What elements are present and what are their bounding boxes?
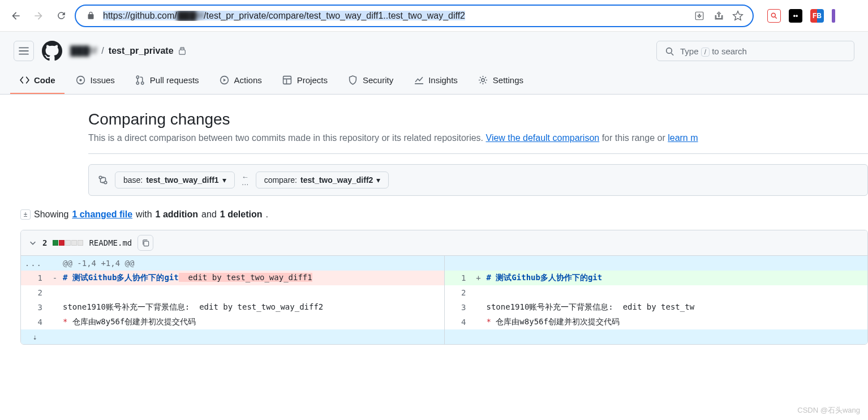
caret-down-icon: ▾ xyxy=(222,175,226,185)
git-compare-icon xyxy=(98,175,108,185)
svg-point-8 xyxy=(482,78,484,81)
ext-icon-4[interactable] xyxy=(832,9,835,23)
diff-body: ... @@ -1,4 +1,4 @@ 1- # 测试Github多人协作下的g… xyxy=(21,256,867,344)
base-branch-selector[interactable]: base: test_two_way_diff1 ▾ xyxy=(115,172,235,188)
range-editor: base: test_two_way_diff1 ▾ ←… compare: t… xyxy=(88,164,868,196)
svg-point-3 xyxy=(136,76,139,78)
tab-insights[interactable]: Insights xyxy=(405,69,467,94)
diff-line-context: 2 xyxy=(445,285,868,300)
svg-rect-11 xyxy=(144,241,148,246)
table-icon xyxy=(282,75,293,85)
lock-icon xyxy=(84,9,97,23)
breadcrumb-repo[interactable]: test_pr_private xyxy=(109,46,174,56)
chevron-down-icon[interactable] xyxy=(29,239,37,247)
diff-icon: ± xyxy=(20,209,31,220)
caret-down-icon: ▾ xyxy=(376,175,380,185)
compare-branch-selector[interactable]: compare: test_two_way_diff2 ▾ xyxy=(256,172,389,188)
back-button[interactable] xyxy=(7,7,25,25)
expand-down[interactable] xyxy=(445,329,868,344)
install-icon[interactable] xyxy=(693,9,706,23)
star-icon[interactable] xyxy=(731,9,745,23)
file-name[interactable]: README.md xyxy=(89,238,132,247)
page-title: Comparing changes xyxy=(88,110,868,128)
ext-icon-1[interactable] xyxy=(767,9,781,23)
forward-button[interactable] xyxy=(29,7,48,25)
changed-file-link[interactable]: 1 changed file xyxy=(72,209,132,220)
changes-count: 2 xyxy=(42,238,47,247)
arrow-left-icon xyxy=(10,10,22,22)
svg-point-9 xyxy=(99,176,102,179)
diff-line-context: 3 stone1910账号补充一下背景信息: edit by test_two_… xyxy=(21,300,444,315)
reload-icon xyxy=(56,10,67,21)
svg-point-2 xyxy=(79,79,81,81)
play-icon xyxy=(220,75,230,85)
share-icon[interactable] xyxy=(712,9,725,23)
url-text: https://github.com/███6f/test_pr_private… xyxy=(103,11,687,21)
diff-line-context: 2 xyxy=(21,285,444,300)
diff-line-context: 3 stone1910账号补充一下背景信息: edit by test_tw xyxy=(445,300,868,315)
diff-line-added: 1+ # 测试Github多人协作下的git xyxy=(445,271,868,285)
default-comparison-link[interactable]: View the default comparison xyxy=(486,133,600,143)
diff-blocks-icon xyxy=(53,240,83,246)
svg-point-0 xyxy=(771,13,775,17)
tab-issues[interactable]: Issues xyxy=(67,69,124,94)
svg-rect-7 xyxy=(283,76,291,84)
tab-security[interactable]: Security xyxy=(339,69,402,94)
diff-line-context: 4 * 仓库由w8y56f创建并初次提交代码 xyxy=(445,315,868,329)
ext-icon-3[interactable]: FB xyxy=(810,9,824,23)
copy-icon xyxy=(141,239,150,247)
tab-settings[interactable]: Settings xyxy=(469,69,532,94)
file-diff: 2 README.md ... @@ -1,4 +1,4 @@ 1- # 测试G… xyxy=(20,230,868,345)
search-input[interactable]: Type / to search xyxy=(656,41,854,61)
tab-pull-requests[interactable]: Pull requests xyxy=(126,69,208,94)
page-subtitle: This is a direct comparison between two … xyxy=(88,133,868,154)
diff-stats: ±Showing 1 changed file with 1 addition … xyxy=(20,209,868,220)
url-bar[interactable]: https://github.com/███6f/test_pr_private… xyxy=(75,5,754,27)
breadcrumb-sep: / xyxy=(101,46,104,56)
extension-icons: •• FB xyxy=(767,9,835,23)
diff-line-deleted: 1- # 测试Github多人协作下的git edit by test_two_… xyxy=(21,271,444,285)
tab-actions[interactable]: Actions xyxy=(210,69,271,94)
code-icon xyxy=(19,75,29,85)
hunk-header: ... @@ -1,4 +1,4 @@ xyxy=(21,256,444,271)
browser-toolbar: https://github.com/███6f/test_pr_private… xyxy=(0,0,868,32)
expand-down[interactable]: ⇣ xyxy=(21,329,444,344)
learn-more-link[interactable]: learn m xyxy=(668,133,698,143)
issues-icon xyxy=(76,75,86,85)
diff-left: ... @@ -1,4 +1,4 @@ 1- # 测试Github多人协作下的g… xyxy=(21,256,445,344)
copy-button[interactable] xyxy=(137,235,153,251)
hamburger-icon xyxy=(19,46,29,56)
diff-line-context: 4 * 仓库由w8y56f创建并初次提交代码 xyxy=(21,315,444,329)
compare-main: Comparing changes This is a direct compa… xyxy=(0,95,868,345)
breadcrumb-owner[interactable]: ███6f xyxy=(70,46,97,56)
diff-right: 1+ # 测试Github多人协作下的git 2 3 stone1910账号补充… xyxy=(445,256,868,344)
github-header: ███6f / test_pr_private Type / to search… xyxy=(0,32,868,95)
graph-icon xyxy=(414,75,424,85)
breadcrumb: ███6f / test_pr_private xyxy=(70,46,186,56)
tab-projects[interactable]: Projects xyxy=(273,69,337,94)
git-pull-request-icon xyxy=(135,75,145,85)
svg-point-5 xyxy=(141,82,144,84)
ext-icon-2[interactable]: •• xyxy=(789,9,802,23)
arrow-right-icon xyxy=(33,10,44,22)
svg-point-4 xyxy=(136,82,139,84)
repo-nav: Code Issues Pull requests Actions Projec… xyxy=(0,69,868,94)
file-diff-header: 2 README.md xyxy=(21,230,867,256)
shield-icon xyxy=(348,75,358,85)
gear-icon xyxy=(478,75,488,85)
search-icon xyxy=(665,46,674,56)
tab-code[interactable]: Code xyxy=(10,69,65,94)
github-logo-icon[interactable] xyxy=(42,41,62,61)
arrow-left-icon: ←… xyxy=(242,174,249,186)
svg-point-10 xyxy=(104,181,107,184)
lock-icon xyxy=(178,47,186,55)
hunk-header xyxy=(445,256,868,271)
reload-button[interactable] xyxy=(52,7,70,25)
search-placeholder: Type / to search xyxy=(680,46,747,56)
menu-button[interactable] xyxy=(14,41,34,61)
